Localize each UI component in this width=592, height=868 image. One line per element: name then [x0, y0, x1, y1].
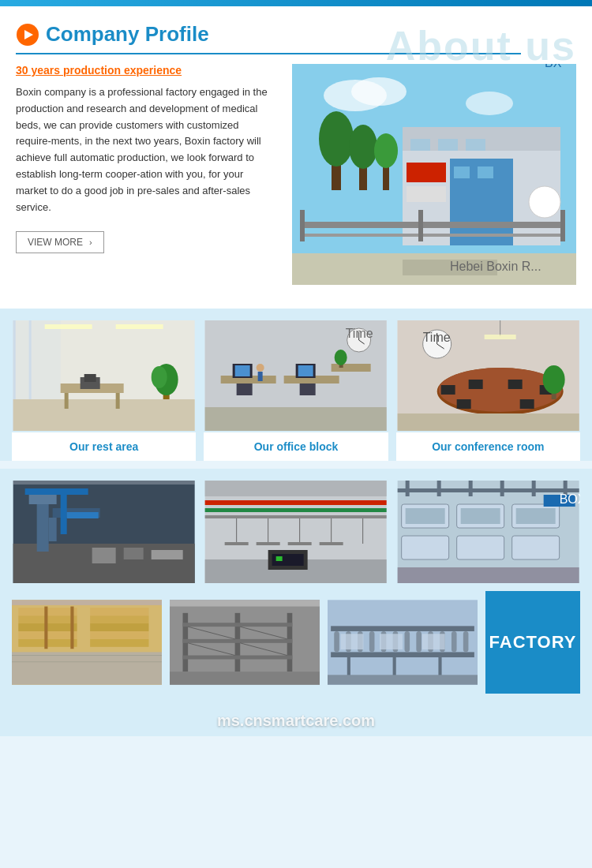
svg-rect-121 [468, 481, 472, 496]
svg-rect-145 [90, 639, 148, 647]
svg-rect-144 [70, 607, 73, 649]
factory-image: BX Hebei Boxin R... [292, 64, 576, 285]
svg-rect-75 [440, 385, 455, 395]
svg-rect-177 [416, 631, 422, 652]
svg-rect-53 [235, 365, 250, 376]
svg-rect-126 [405, 508, 444, 524]
svg-rect-64 [205, 407, 387, 431]
svg-rect-180 [451, 631, 457, 652]
experience-link[interactable]: 30 years production experience [16, 64, 276, 77]
svg-rect-176 [404, 631, 410, 652]
svg-rect-118 [397, 488, 579, 492]
svg-rect-119 [405, 481, 409, 496]
svg-rect-14 [410, 139, 430, 151]
svg-rect-21 [407, 186, 446, 202]
left-content: 30 years production experience Boxin com… [16, 64, 276, 253]
view-more-button[interactable]: VIEW MORE › [16, 231, 104, 253]
blue-line [16, 53, 521, 54]
svg-rect-185 [328, 675, 478, 684]
section-header: Company Profile [16, 22, 576, 47]
svg-rect-170 [334, 631, 339, 652]
svg-rect-188 [422, 634, 445, 649]
svg-rect-15 [438, 139, 458, 151]
conference-room-image: Time [396, 320, 580, 431]
svg-rect-66 [258, 372, 263, 381]
office-section: Our rest area [0, 309, 592, 461]
svg-rect-109 [225, 542, 249, 545]
content-row: 30 years production experience Boxin com… [16, 64, 576, 285]
svg-rect-41 [84, 374, 96, 382]
svg-rect-151 [12, 652, 162, 684]
svg-point-82 [542, 365, 564, 394]
svg-rect-25 [418, 210, 423, 241]
svg-point-5 [466, 92, 513, 115]
svg-point-4 [351, 77, 407, 106]
svg-rect-18 [454, 166, 470, 178]
svg-rect-149 [90, 608, 148, 615]
svg-rect-16 [466, 139, 485, 151]
svg-rect-36 [13, 399, 195, 431]
svg-rect-23 [300, 234, 560, 237]
svg-rect-112 [320, 542, 343, 545]
svg-rect-94 [67, 512, 99, 518]
svg-rect-101 [205, 500, 387, 505]
arrow-icon [16, 23, 39, 47]
office-block-label: Our office block [204, 432, 388, 461]
svg-point-44 [152, 366, 167, 388]
svg-rect-103 [205, 515, 387, 518]
svg-rect-110 [257, 542, 280, 545]
svg-rect-76 [468, 380, 482, 389]
svg-rect-95 [92, 548, 116, 563]
factory-image-1 [12, 481, 196, 583]
svg-rect-56 [237, 383, 253, 395]
svg-rect-57 [300, 383, 316, 395]
svg-rect-98 [13, 481, 195, 485]
svg-rect-168 [331, 626, 474, 631]
svg-rect-133 [511, 536, 559, 559]
svg-rect-100 [205, 481, 387, 496]
office-item-rest: Our rest area [12, 320, 196, 461]
svg-rect-22 [300, 222, 560, 228]
company-desc: Boxin company is a professional factory … [16, 84, 276, 215]
svg-rect-181 [463, 631, 469, 652]
svg-rect-148 [90, 615, 148, 623]
svg-rect-183 [393, 657, 396, 677]
svg-rect-97 [152, 550, 183, 559]
factory-image-6 [328, 591, 478, 694]
svg-rect-155 [170, 600, 320, 606]
svg-rect-173 [369, 631, 375, 652]
svg-point-9 [349, 125, 377, 169]
svg-rect-132 [456, 536, 504, 559]
svg-rect-159 [183, 623, 293, 627]
svg-rect-120 [437, 481, 440, 496]
company-section: About us Company Profile 30 years produc… [0, 6, 592, 309]
watermark-text: ms.cnsmartcare.com [217, 712, 375, 729]
svg-text:Time: Time [346, 327, 373, 340]
office-block-image: Time [204, 320, 388, 431]
factory-section: BOXIN [0, 469, 592, 705]
svg-rect-146 [90, 631, 148, 639]
svg-rect-39 [116, 393, 120, 409]
factory-grid-bottom: FACTORY [12, 591, 580, 694]
svg-rect-19 [478, 166, 493, 178]
watermark-bar: ms.cnsmartcare.com [0, 705, 592, 736]
svg-rect-131 [401, 536, 448, 559]
svg-rect-143 [44, 607, 47, 649]
svg-rect-38 [65, 393, 69, 409]
svg-rect-147 [90, 623, 148, 631]
factory-image-3: BOXIN [396, 481, 580, 583]
top-bar [0, 0, 592, 6]
svg-point-65 [257, 364, 264, 372]
svg-rect-79 [456, 399, 470, 409]
svg-rect-26 [560, 210, 565, 241]
rest-area-image [12, 320, 196, 431]
svg-text:BX: BX [545, 64, 562, 69]
svg-rect-24 [300, 210, 305, 241]
svg-rect-166 [170, 672, 320, 685]
svg-rect-88 [37, 496, 49, 552]
svg-rect-91 [49, 518, 57, 541]
svg-rect-160 [183, 639, 293, 643]
office-item-block: Time Our office block [204, 320, 388, 461]
svg-rect-46 [116, 324, 163, 329]
svg-rect-92 [25, 488, 88, 495]
